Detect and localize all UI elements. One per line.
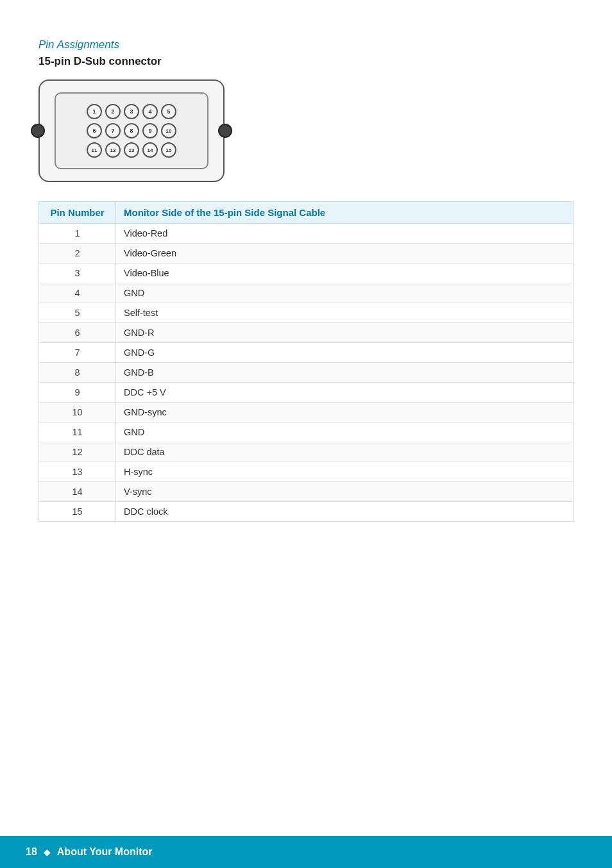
footer-section-label: About Your Monitor — [57, 846, 153, 858]
pin-5: 5 — [161, 104, 176, 119]
col-signal-header: Monitor Side of the 15-pin Side Signal C… — [116, 202, 574, 224]
pin-14: 14 — [142, 142, 158, 158]
table-row: 11GND — [39, 422, 574, 442]
cell-pin-number: 2 — [39, 244, 116, 263]
cell-pin-number: 5 — [39, 303, 116, 323]
cell-pin-number: 12 — [39, 442, 116, 462]
cell-signal: Video-Red — [116, 224, 574, 244]
table-row: 7GND-G — [39, 343, 574, 363]
page-footer: 18 ◆ About Your Monitor — [0, 836, 612, 868]
cell-pin-number: 9 — [39, 383, 116, 403]
cell-pin-number: 11 — [39, 422, 116, 442]
cell-signal: GND — [116, 283, 574, 303]
table-row: 1Video-Red — [39, 224, 574, 244]
table-row: 9DDC +5 V — [39, 383, 574, 403]
pin-2: 2 — [105, 104, 121, 119]
pin-row-1: 1 2 3 4 5 — [87, 104, 176, 119]
cell-pin-number: 4 — [39, 283, 116, 303]
table-row: 14V-sync — [39, 482, 574, 502]
cell-pin-number: 15 — [39, 502, 116, 522]
cell-pin-number: 10 — [39, 403, 116, 422]
cell-signal: Video-Green — [116, 244, 574, 263]
footer-diamond: ◆ — [44, 847, 51, 857]
cell-pin-number: 3 — [39, 263, 116, 283]
pin-8: 8 — [124, 123, 139, 138]
table-row: 13H-sync — [39, 462, 574, 482]
pin-13: 13 — [124, 142, 139, 158]
cell-signal: Self-test — [116, 303, 574, 323]
table-row: 4GND — [39, 283, 574, 303]
pin-row-3: 11 12 13 14 15 — [87, 142, 176, 158]
pin-11: 11 — [87, 142, 102, 158]
col-pin-number-header: Pin Number — [39, 202, 116, 224]
cell-signal: GND-B — [116, 363, 574, 383]
cell-signal: GND — [116, 422, 574, 442]
pin-10: 10 — [161, 123, 176, 138]
pin-assignment-table: Pin Number Monitor Side of the 15-pin Si… — [38, 201, 574, 522]
table-row: 2Video-Green — [39, 244, 574, 263]
pin-7: 7 — [105, 123, 121, 138]
connector-right-dot — [218, 124, 232, 138]
section-title: Pin Assignments — [38, 38, 574, 51]
connector-inner: 1 2 3 4 5 6 7 8 9 10 11 12 13 14 15 — [55, 92, 208, 169]
pin-1: 1 — [87, 104, 102, 119]
pin-3: 3 — [124, 104, 139, 119]
pin-6: 6 — [87, 123, 102, 138]
cell-signal: H-sync — [116, 462, 574, 482]
table-row: 15DDC clock — [39, 502, 574, 522]
table-row: 12DDC data — [39, 442, 574, 462]
pin-9: 9 — [142, 123, 158, 138]
footer-page-number: 18 — [26, 846, 37, 858]
cell-signal: DDC data — [116, 442, 574, 462]
cell-signal: Video-Blue — [116, 263, 574, 283]
pin-15: 15 — [161, 142, 176, 158]
cell-signal: DDC +5 V — [116, 383, 574, 403]
pin-4: 4 — [142, 104, 158, 119]
cell-pin-number: 13 — [39, 462, 116, 482]
cell-pin-number: 14 — [39, 482, 116, 502]
table-row: 8GND-B — [39, 363, 574, 383]
cell-pin-number: 8 — [39, 363, 116, 383]
pin-row-2: 6 7 8 9 10 — [87, 123, 176, 138]
connector-title: 15-pin D-Sub connector — [38, 55, 574, 68]
cell-signal: GND-G — [116, 343, 574, 363]
cell-signal: V-sync — [116, 482, 574, 502]
table-row: 10GND-sync — [39, 403, 574, 422]
cell-pin-number: 1 — [39, 224, 116, 244]
cell-pin-number: 6 — [39, 323, 116, 343]
cell-signal: GND-sync — [116, 403, 574, 422]
table-row: 3Video-Blue — [39, 263, 574, 283]
pin-12: 12 — [105, 142, 121, 158]
connector-diagram: 1 2 3 4 5 6 7 8 9 10 11 12 13 14 15 — [38, 79, 225, 182]
cell-signal: GND-R — [116, 323, 574, 343]
cell-signal: DDC clock — [116, 502, 574, 522]
connector-left-dot — [31, 124, 45, 138]
table-row: 5Self-test — [39, 303, 574, 323]
table-row: 6GND-R — [39, 323, 574, 343]
cell-pin-number: 7 — [39, 343, 116, 363]
